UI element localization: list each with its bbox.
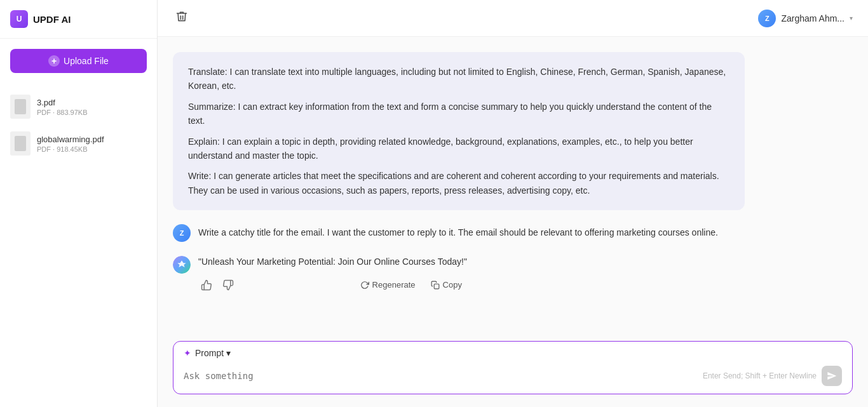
prompt-box: ✦ Prompt ▾ Enter Send; Shift + Enter New… [173,341,853,394]
send-button[interactable] [822,366,842,386]
regenerate-label: Regenerate [372,280,416,290]
prompt-hint: Enter Send; Shift + Enter Newline [703,371,817,380]
chat-container: Translate: I can translate text into mul… [158,37,868,333]
ai-response-content: "Unleash Your Marketing Potential: Join … [198,255,467,293]
prompt-header: ✦ Prompt ▾ [173,342,852,362]
ai-response-avatar [173,256,191,274]
file-info: globalwarming.pdf PDF · 918.45KB [37,135,104,153]
prompt-container: ✦ Prompt ▾ Enter Send; Shift + Enter New… [158,333,868,407]
file-info: 3.pdf PDF · 883.97KB [37,98,88,116]
user-menu[interactable]: Z Zargham Ahm... ▾ [758,10,853,27]
thumbs-up-button[interactable] [198,277,215,293]
file-item[interactable]: globalwarming.pdf PDF · 918.45KB [0,125,157,162]
intro-paragraph-1: Translate: I can translate text into mul… [188,65,729,93]
svg-rect-0 [434,284,439,289]
sidebar: U UPDF AI + Upload File 3.pdf PDF · 883.… [0,0,158,407]
clear-chat-button[interactable] [173,8,191,29]
prompt-label-button[interactable]: Prompt ▾ [195,348,231,358]
thumbs-down-button[interactable] [220,277,236,293]
file-list: 3.pdf PDF · 883.97KB globalwarming.pdf P… [0,83,157,167]
prompt-dropdown-arrow: ▾ [226,348,231,358]
user-message-avatar: Z [173,224,191,242]
file-icon [10,131,31,156]
upload-file-button[interactable]: + Upload File [10,49,147,73]
main-area: Z Zargham Ahm... ▾ Translate: I can tran… [158,0,868,407]
copy-label: Copy [443,280,462,290]
ai-response-actions: Regenerate Copy [198,277,467,293]
ai-logo-circle [173,256,191,274]
prompt-input-area: Enter Send; Shift + Enter Newline [173,362,852,394]
chevron-down-icon: ▾ [850,15,853,22]
file-item[interactable]: 3.pdf PDF · 883.97KB [0,88,157,125]
user-message-text: Write a catchy title for the email. I wa… [198,223,718,239]
intro-paragraph-3: Explain: I can explain a topic in depth,… [188,135,729,163]
sidebar-header: U UPDF AI [0,0,157,39]
sparkle-icon: ✦ [184,348,191,358]
file-name: globalwarming.pdf [37,135,104,144]
file-name: 3.pdf [37,98,88,107]
updf-logo: U [10,10,28,28]
intro-paragraph-2: Summarize: I can extract key information… [188,100,729,128]
upload-btn-label: Upload File [64,56,109,66]
ai-response-text: "Unleash Your Marketing Potential: Join … [198,255,467,269]
ai-intro-message: Translate: I can translate text into mul… [173,52,745,210]
user-avatar: Z [758,10,776,27]
app-title: UPDF AI [33,14,71,25]
file-icon [10,95,31,119]
file-meta: PDF · 883.97KB [37,109,88,116]
file-meta: PDF · 918.45KB [37,145,104,153]
user-message-row: Z Write a catchy title for the email. I … [173,223,853,242]
prompt-input[interactable] [184,371,698,386]
copy-button[interactable]: Copy [426,277,467,292]
ai-response-row: "Unleash Your Marketing Potential: Join … [173,255,853,293]
intro-paragraph-4: Write: I can generate articles that meet… [188,169,729,197]
prompt-label: Prompt [195,348,224,358]
plus-icon: + [48,55,60,67]
regenerate-button[interactable]: Regenerate [355,277,421,292]
main-header: Z Zargham Ahm... ▾ [158,0,868,37]
user-name: Zargham Ahm... [781,13,844,23]
